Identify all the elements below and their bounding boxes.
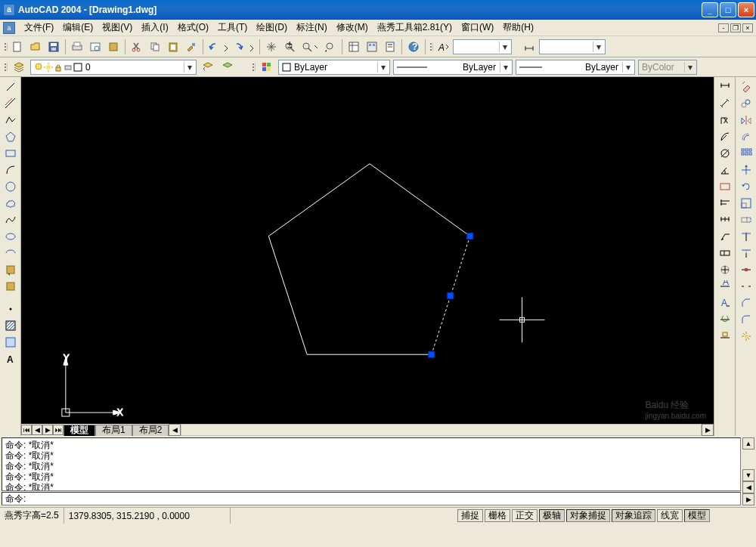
tab-first-button[interactable]: ⏮ (21, 425, 32, 435)
lineweight-dropdown[interactable]: ByLayer ▾ (516, 60, 635, 75)
toolbar-grip-2[interactable] (429, 43, 433, 51)
new-button[interactable] (9, 39, 26, 55)
toolbar-grip[interactable] (3, 43, 8, 51)
break-at-point-tool[interactable] (738, 261, 754, 278)
window-close-button[interactable]: × (738, 2, 754, 17)
tool-palettes-button[interactable] (382, 39, 398, 55)
window-minimize-button[interactable]: _ (702, 2, 718, 17)
save-button[interactable] (45, 39, 62, 55)
plot-preview-button[interactable] (87, 39, 104, 55)
plot-button[interactable] (69, 39, 85, 55)
toolbar-grip-3[interactable] (3, 63, 8, 71)
dim-continue-tool[interactable] (717, 212, 733, 228)
window-maximize-button[interactable]: □ (720, 2, 736, 17)
cmd-scroll-right[interactable]: ▶ (742, 493, 754, 505)
cmd-scroll-down[interactable]: ▼ (742, 469, 754, 481)
scroll-left-button[interactable]: ◀ (169, 424, 181, 436)
toolbar-grip-4[interactable] (251, 63, 256, 71)
menu-tools[interactable]: 工具(T) (213, 20, 252, 36)
tab-prev-button[interactable]: ◀ (32, 425, 42, 435)
polyline-tool[interactable] (2, 112, 19, 128)
quick-dim-tool[interactable] (717, 178, 733, 195)
spline-tool[interactable] (2, 212, 19, 228)
point-tool[interactable] (2, 301, 19, 317)
doc-close-button[interactable]: × (742, 23, 753, 32)
textstyle-dropdown[interactable]: ▾ (453, 39, 512, 54)
tab-layout2[interactable]: 布局2 (132, 425, 169, 436)
region-tool[interactable] (2, 334, 19, 351)
toggle-polar[interactable]: 极轴 (539, 509, 565, 522)
help-button[interactable]: ? (405, 39, 422, 55)
tab-last-button[interactable]: ⏭ (53, 425, 64, 435)
color-control-button[interactable] (259, 59, 275, 76)
construction-line-tool[interactable] (2, 95, 19, 112)
zoom-previous-button[interactable] (322, 39, 339, 55)
doc-minimize-button[interactable]: - (718, 23, 729, 32)
paste-button[interactable] (165, 39, 181, 55)
properties-button[interactable] (345, 39, 362, 55)
horizontal-scrollbar[interactable]: ◀ ▶ (169, 424, 714, 436)
toggle-snap[interactable]: 捕捉 (457, 509, 483, 522)
copy-tool[interactable] (738, 95, 754, 112)
menu-format[interactable]: 格式(O) (173, 20, 213, 36)
mirror-tool[interactable] (738, 112, 754, 128)
fillet-tool[interactable] (738, 311, 754, 328)
polygon-tool[interactable] (2, 128, 19, 145)
color-dropdown[interactable]: ByLayer ▾ (278, 60, 390, 75)
break-tool[interactable] (738, 278, 754, 295)
toggle-model[interactable]: 模型 (684, 509, 710, 522)
scroll-right-button[interactable]: ▶ (702, 424, 714, 436)
hatch-tool[interactable] (2, 317, 19, 334)
layer-manager-button[interactable] (11, 59, 27, 76)
publish-button[interactable] (105, 39, 122, 55)
toggle-grid[interactable]: 栅格 (485, 509, 510, 522)
move-tool[interactable] (738, 162, 754, 178)
chamfer-tool[interactable] (738, 295, 754, 311)
dim-style-tool[interactable] (717, 328, 733, 345)
ellipse-arc-tool[interactable] (2, 245, 19, 261)
center-mark-tool[interactable] (717, 261, 733, 278)
drawing-canvas[interactable]: X Y Baidu 经验 jingyan.baidu.com (21, 77, 714, 424)
stretch-tool[interactable] (738, 212, 754, 228)
line-tool[interactable] (2, 79, 19, 95)
menu-draw[interactable]: 绘图(D) (252, 20, 292, 36)
menu-edit[interactable]: 编辑(E) (58, 20, 98, 36)
dim-ordinate-tool[interactable]: x (717, 112, 733, 128)
dimstyle-button[interactable] (521, 39, 538, 55)
command-history[interactable]: 命令: *取消* 命令: *取消* 命令: *取消* 命令: *取消* 命令: … (2, 437, 741, 491)
revision-cloud-tool[interactable] (2, 195, 19, 212)
menu-file[interactable]: 文件(F) (20, 20, 58, 36)
toggle-osnap[interactable]: 对象捕捉 (566, 509, 610, 522)
text-tool[interactable]: A (2, 351, 19, 367)
undo-button[interactable] (206, 39, 231, 55)
toggle-otrack[interactable]: 对象追踪 (612, 509, 655, 522)
menu-modify[interactable]: 修改(M) (332, 20, 373, 36)
menu-view[interactable]: 视图(V) (98, 20, 137, 36)
rectangle-tool[interactable] (2, 145, 19, 162)
tab-layout1[interactable]: 布局1 (95, 425, 132, 436)
menu-dimension[interactable]: 标注(N) (292, 20, 332, 36)
cmd-scroll-left[interactable]: ◀ (742, 481, 754, 493)
layer-states-button[interactable] (219, 59, 236, 76)
erase-tool[interactable] (738, 79, 754, 95)
command-scrollbar[interactable]: ▲ ▼ ◀ ▶ (742, 437, 754, 505)
doc-restore-button[interactable]: ❐ (730, 23, 741, 32)
tolerance-tool[interactable] (717, 245, 733, 261)
make-block-tool[interactable] (2, 278, 19, 295)
circle-tool[interactable] (2, 178, 19, 195)
redo-button[interactable] (232, 39, 256, 55)
dim-angular-tool[interactable] (717, 162, 733, 178)
dim-linear-tool[interactable] (717, 79, 733, 95)
textstyle-button[interactable]: A (435, 39, 451, 55)
dim-aligned-tool[interactable] (717, 95, 733, 112)
design-center-button[interactable] (364, 39, 380, 55)
insert-block-tool[interactable] (2, 261, 19, 278)
dim-diameter-tool[interactable] (717, 145, 733, 162)
offset-tool[interactable] (738, 128, 754, 145)
tab-next-button[interactable]: ▶ (42, 425, 53, 435)
copy-button[interactable] (147, 39, 163, 55)
dim-text-edit-tool[interactable]: A (717, 295, 733, 311)
layer-dropdown[interactable]: 0 ▾ (30, 60, 197, 75)
dim-update-tool[interactable] (717, 311, 733, 328)
ellipse-tool[interactable] (2, 228, 19, 245)
